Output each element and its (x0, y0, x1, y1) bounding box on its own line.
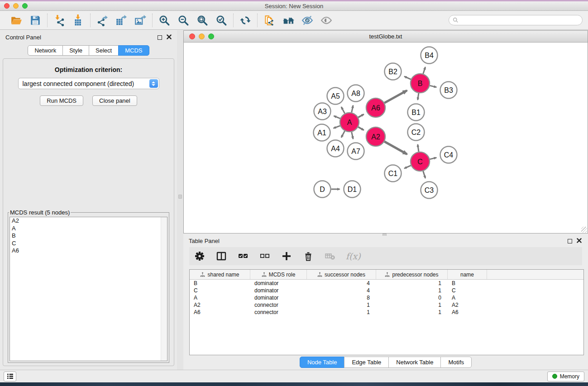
close-window-button[interactable] (4, 3, 10, 9)
edge-A2-C[interactable] (384, 142, 407, 154)
table-row[interactable]: Adominator80A (190, 294, 583, 301)
zoom-selected-icon[interactable] (215, 14, 228, 27)
tab-motifs[interactable]: Motifs (440, 357, 472, 368)
edge-A-A4[interactable] (341, 131, 345, 137)
run-mcds-button[interactable]: Run MCDS (40, 95, 83, 106)
result-list-item[interactable]: A2 (10, 217, 167, 225)
cell-successor-nodes[interactable]: 1 (307, 301, 376, 309)
edge-B-B4[interactable] (423, 67, 425, 74)
graph-node-C2[interactable]: C2 (408, 124, 425, 141)
edge-C-C2[interactable] (418, 144, 419, 152)
edge-A-A6[interactable] (358, 114, 363, 118)
select-all-icon[interactable] (237, 250, 249, 262)
result-list-item[interactable]: B (10, 232, 167, 240)
column-header-MCDS-role[interactable]: MCDS role (250, 270, 307, 279)
cell-shared-name[interactable]: B (190, 280, 250, 287)
zoom-in-icon[interactable] (158, 14, 171, 27)
cell-shared-name[interactable]: A2 (190, 301, 250, 309)
edge-C-C3[interactable] (423, 171, 425, 178)
graph-node-C3[interactable]: C3 (421, 182, 438, 199)
hide-show-panels-icon[interactable] (301, 14, 314, 27)
table-row[interactable]: Cdominator41C (190, 287, 583, 294)
cell-name[interactable]: C (448, 287, 487, 294)
edge-B-B2[interactable] (404, 76, 411, 79)
graph-node-B3[interactable]: B3 (440, 82, 457, 99)
network-minimize-button[interactable] (199, 33, 205, 39)
cell-MCDS-role[interactable]: dominator (250, 280, 307, 287)
home-icon[interactable] (282, 14, 295, 27)
edge-B-B1[interactable] (418, 93, 419, 100)
cell-predecessor-nodes[interactable]: 1 (376, 309, 448, 316)
graph-node-A[interactable]: A (340, 113, 359, 132)
cell-successor-nodes[interactable]: 4 (307, 280, 376, 287)
cell-name[interactable]: A6 (448, 309, 487, 316)
graph-node-A4[interactable]: A4 (327, 140, 344, 157)
graph-node-B4[interactable]: B4 (421, 47, 438, 64)
edge-B-B3[interactable] (430, 86, 436, 87)
cell-name[interactable]: B (448, 280, 487, 287)
cell-MCDS-role[interactable]: dominator (250, 294, 307, 301)
edge-A-A1[interactable] (334, 126, 340, 129)
column-header-predecessor-nodes[interactable]: predecessor nodes (376, 270, 448, 279)
network-close-button[interactable] (189, 33, 195, 39)
graph-node-B[interactable]: B (411, 74, 430, 93)
save-icon[interactable] (29, 14, 42, 27)
cell-shared-name[interactable]: C (190, 287, 250, 294)
import-network-icon[interactable] (53, 14, 66, 27)
result-list-item[interactable]: A6 (10, 247, 167, 255)
zoom-out-icon[interactable] (177, 14, 190, 27)
network-graph[interactable]: B4B2BB3A5A8A6A3B1AA1C2A2A4A7C4CC1C3DD1 (184, 43, 588, 233)
import-table-icon[interactable] (72, 14, 85, 27)
graph-node-B2[interactable]: B2 (385, 63, 402, 80)
close-table-panel-icon[interactable] (577, 238, 582, 244)
edge-A-A8[interactable] (352, 105, 353, 113)
result-list-item[interactable]: A (10, 225, 167, 233)
splitter-handle[interactable] (178, 195, 182, 199)
graph-node-D[interactable]: D (314, 181, 331, 198)
column-header-successor-nodes[interactable]: successor nodes (307, 270, 376, 279)
window-resize-grip[interactable] (581, 227, 587, 233)
cell-shared-name[interactable]: A (190, 294, 250, 301)
network-maximize-button[interactable] (208, 33, 214, 39)
refresh-icon[interactable] (239, 14, 252, 27)
result-scrollbar[interactable] (161, 217, 167, 361)
task-history-button[interactable] (4, 372, 16, 381)
open-icon[interactable] (10, 14, 23, 27)
export-image-icon[interactable] (134, 14, 147, 27)
float-panel-icon[interactable] (158, 35, 162, 40)
cell-name[interactable]: A2 (448, 301, 487, 309)
close-panel-icon[interactable] (167, 34, 172, 41)
mcds-result-list[interactable]: A2ABCA6 (10, 217, 167, 361)
tab-edge-table[interactable]: Edge Table (344, 357, 389, 368)
graph-node-A7[interactable]: A7 (348, 143, 364, 160)
edge-A-A2[interactable] (358, 127, 363, 130)
cell-predecessor-nodes[interactable]: 1 (376, 280, 448, 287)
cell-predecessor-nodes[interactable]: 1 (376, 287, 448, 294)
tab-select[interactable]: Select (89, 45, 119, 56)
tab-node-table[interactable]: Node Table (300, 357, 345, 368)
graph-node-A5[interactable]: A5 (327, 88, 344, 105)
tab-network[interactable]: Network (28, 45, 63, 56)
tab-mcds[interactable]: MCDS (118, 45, 149, 56)
graph-node-A3[interactable]: A3 (314, 103, 331, 120)
graph-node-A6[interactable]: A6 (366, 98, 385, 117)
cell-MCDS-role[interactable]: connector (250, 309, 307, 316)
cell-MCDS-role[interactable]: connector (250, 301, 307, 309)
maximize-window-button[interactable] (22, 3, 28, 9)
graph-node-B1[interactable]: B1 (408, 104, 425, 121)
edge-A-A7[interactable] (352, 132, 353, 139)
cell-predecessor-nodes[interactable]: 0 (376, 294, 448, 301)
export-table-icon[interactable] (115, 14, 128, 27)
cell-predecessor-nodes[interactable]: 1 (376, 301, 448, 309)
cell-successor-nodes[interactable]: 8 (307, 294, 376, 301)
minimize-window-button[interactable] (13, 3, 19, 9)
node-table[interactable]: shared nameMCDS rolesuccessor nodesprede… (189, 269, 584, 355)
graph-node-C[interactable]: C (411, 152, 430, 171)
table-row[interactable]: Bdominator41B (190, 280, 583, 287)
tab-style[interactable]: Style (62, 45, 89, 56)
cell-name[interactable]: A (448, 294, 487, 301)
cell-MCDS-role[interactable]: dominator (250, 287, 307, 294)
preview-icon[interactable] (320, 14, 333, 27)
duplicate-network-icon[interactable] (263, 14, 276, 27)
edge-C-C4[interactable] (430, 157, 436, 159)
